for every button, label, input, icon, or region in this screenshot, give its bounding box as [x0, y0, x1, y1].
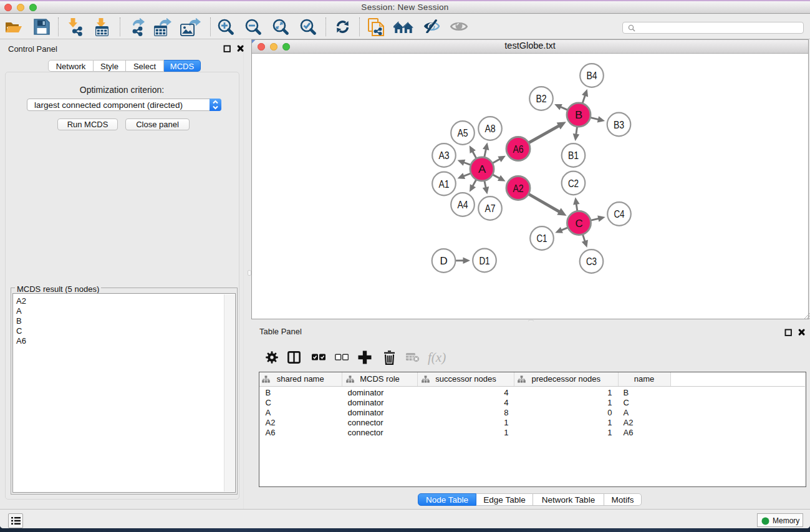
svg-text:B4: B4: [586, 70, 597, 82]
svg-text:A4: A4: [457, 199, 468, 211]
svg-text:A: A: [478, 163, 486, 175]
svg-text:B3: B3: [614, 119, 624, 131]
svg-text:A6: A6: [513, 143, 523, 155]
svg-text:A3: A3: [438, 150, 449, 162]
svg-text:A8: A8: [485, 123, 495, 135]
svg-text:C1: C1: [536, 233, 547, 244]
svg-text:B2: B2: [536, 93, 546, 105]
svg-text:A2: A2: [513, 183, 523, 195]
svg-text:A1: A1: [438, 178, 449, 190]
svg-text:A5: A5: [457, 127, 468, 139]
svg-text:B1: B1: [568, 150, 579, 162]
svg-text:C3: C3: [586, 256, 597, 268]
svg-text:A7: A7: [485, 203, 495, 215]
svg-text:D1: D1: [479, 255, 489, 267]
svg-text:C2: C2: [568, 178, 579, 190]
svg-text:B: B: [575, 109, 582, 121]
svg-text:C: C: [575, 218, 582, 230]
svg-text:D: D: [440, 255, 447, 267]
svg-text:C4: C4: [614, 208, 624, 220]
